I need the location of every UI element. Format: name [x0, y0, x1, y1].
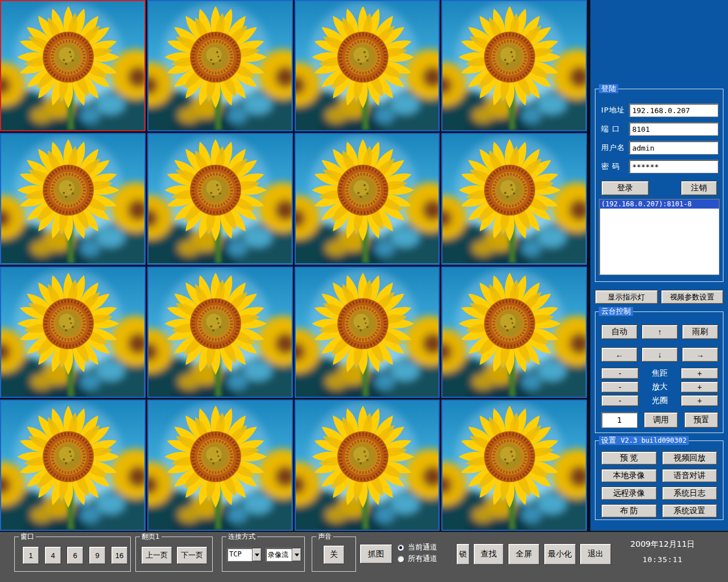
- sound-toggle-button[interactable]: 关: [323, 545, 345, 564]
- logout-button[interactable]: 注销: [681, 181, 717, 196]
- password-row: 密 码: [601, 159, 718, 174]
- snapshot-button[interactable]: 抓图: [359, 544, 392, 564]
- video-cell[interactable]: [147, 267, 293, 398]
- video-cell[interactable]: [295, 267, 440, 398]
- all-channels-option[interactable]: 所有通道: [397, 553, 437, 564]
- ptz-iris-row: - 光圈 +: [601, 395, 718, 406]
- arm-button[interactable]: 布 防: [601, 504, 657, 518]
- date-text: 2009年12月11日: [620, 539, 705, 550]
- system-settings-button[interactable]: 系统设置: [662, 504, 718, 518]
- connection-mode-group: 连接方式 TCP 录像流: [222, 537, 305, 572]
- video-grid: [0, 0, 587, 531]
- settings-group-title: 设置 V2.3 build090302: [599, 436, 689, 445]
- video-cell[interactable]: [0, 133, 146, 264]
- layout-6-button[interactable]: 6: [67, 546, 84, 564]
- video-cell[interactable]: [0, 0, 146, 131]
- video-cell[interactable]: [441, 0, 587, 131]
- zoom-plus-button[interactable]: +: [681, 381, 718, 393]
- video-cell[interactable]: [295, 133, 440, 264]
- port-label: 端 口: [601, 124, 629, 134]
- settings-button-grid: 预 览 视频回放 本地录像 语音对讲 远程录像 系统日志 布 防 系统设置: [595, 441, 723, 518]
- iris-plus-button[interactable]: +: [681, 395, 718, 406]
- layout-1-button[interactable]: 1: [22, 546, 39, 564]
- ptz-group-title: 云台控制: [599, 307, 633, 316]
- stream-select[interactable]: 录像流: [266, 548, 301, 562]
- focus-plus-button[interactable]: +: [681, 368, 718, 379]
- sunflower-camera-feed: [442, 1, 586, 130]
- port-row: 端 口: [601, 122, 718, 136]
- login-button[interactable]: 登录: [601, 181, 649, 196]
- zoom-minus-button[interactable]: -: [601, 381, 639, 393]
- iris-minus-button[interactable]: -: [601, 395, 639, 406]
- video-cell[interactable]: [147, 133, 293, 264]
- sunflower-camera-feed: [442, 401, 586, 530]
- lock-button[interactable]: 锁: [456, 543, 470, 565]
- connection-group-title: 连接方式: [226, 533, 257, 541]
- dropdown-arrow-icon[interactable]: [292, 548, 301, 562]
- dropdown-arrow-icon[interactable]: [252, 548, 262, 562]
- preset-call-button[interactable]: 调用: [644, 412, 678, 428]
- sunflower-camera-feed: [296, 1, 439, 130]
- focus-minus-button[interactable]: -: [601, 368, 639, 379]
- next-page-button[interactable]: 下一页: [176, 546, 208, 564]
- video-cell[interactable]: [441, 400, 587, 531]
- ptz-row-2: ← ↓ →: [601, 347, 718, 362]
- video-cell[interactable]: [147, 0, 293, 131]
- layout-16-button[interactable]: 16: [111, 546, 128, 564]
- remote-record-button[interactable]: 远程录像: [601, 487, 657, 500]
- device-listbox[interactable]: (192.168.0.207):8101-8: [599, 199, 719, 275]
- sunflower-camera-feed: [148, 1, 292, 130]
- zoom-label: 放大: [652, 382, 668, 392]
- ip-label: IP地址: [601, 105, 629, 115]
- preset-number-input[interactable]: [601, 412, 638, 428]
- local-record-button[interactable]: 本地录像: [601, 469, 657, 483]
- ptz-down-button[interactable]: ↓: [642, 347, 678, 362]
- login-button-row: 登录 注销: [601, 181, 717, 196]
- preset-set-button[interactable]: 预置: [684, 412, 718, 428]
- video-params-button[interactable]: 视频参数设置: [661, 290, 724, 304]
- sound-group: 声音 关: [312, 537, 356, 572]
- device-list-item[interactable]: (192.168.0.207):8101-8: [599, 199, 719, 209]
- system-log-button[interactable]: 系统日志: [662, 487, 718, 500]
- password-input[interactable]: [629, 160, 718, 173]
- playback-button[interactable]: 视频回放: [662, 451, 718, 465]
- port-input[interactable]: [629, 122, 718, 136]
- prev-page-button[interactable]: 上一页: [141, 546, 172, 564]
- voice-intercom-button[interactable]: 语音对讲: [662, 469, 718, 483]
- ptz-wiper-button[interactable]: 雨刷: [682, 325, 718, 339]
- video-cell[interactable]: [441, 133, 587, 264]
- fullscreen-button[interactable]: 全屏: [508, 543, 540, 565]
- sunflower-camera-feed: [148, 268, 292, 397]
- show-indicator-button[interactable]: 显示指示灯: [595, 290, 658, 304]
- ptz-focus-row: - 焦距 +: [601, 368, 718, 379]
- sunflower-camera-feed: [296, 268, 439, 397]
- password-label: 密 码: [601, 161, 629, 172]
- ip-input[interactable]: [629, 103, 718, 117]
- username-input[interactable]: [629, 141, 718, 155]
- sunflower-camera-feed: [1, 268, 144, 397]
- video-cell[interactable]: [0, 267, 146, 398]
- bottom-toolbar: 窗口 1 4 6 9 16 翻页1 上一页 下一页 连接方式 TCP: [0, 531, 728, 582]
- current-channel-option[interactable]: 当前通道: [397, 542, 437, 553]
- video-cell[interactable]: [295, 400, 440, 531]
- ptz-up-button[interactable]: ↑: [642, 325, 678, 339]
- ptz-right-button[interactable]: →: [682, 347, 718, 362]
- protocol-select[interactable]: TCP: [227, 548, 262, 562]
- exit-button[interactable]: 退出: [580, 543, 611, 565]
- search-button[interactable]: 查找: [473, 543, 504, 565]
- stream-value: 录像流: [266, 548, 292, 562]
- layout-9-button[interactable]: 9: [89, 546, 106, 564]
- video-cell[interactable]: [0, 400, 146, 531]
- radio-unchecked-icon[interactable]: [397, 555, 404, 563]
- ptz-auto-button[interactable]: 自动: [601, 325, 638, 339]
- video-cell[interactable]: [147, 400, 293, 531]
- minimize-button[interactable]: 最小化: [544, 543, 576, 565]
- video-cell[interactable]: [295, 0, 440, 131]
- radio-checked-icon[interactable]: [397, 544, 404, 551]
- ptz-left-button[interactable]: ←: [601, 347, 638, 362]
- preview-button[interactable]: 预 览: [601, 451, 657, 465]
- surveillance-app-window: 登陆 IP地址 端 口 用户名 密 码 登录 注销 (19: [0, 0, 728, 582]
- sound-group-title: 声音: [316, 533, 333, 541]
- video-cell[interactable]: [441, 267, 587, 398]
- layout-4-button[interactable]: 4: [44, 546, 61, 564]
